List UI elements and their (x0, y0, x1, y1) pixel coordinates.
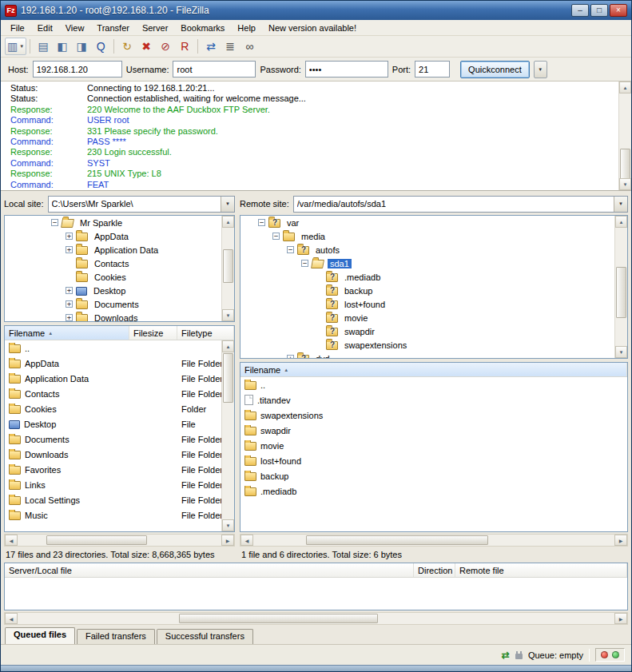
chevron-down-icon[interactable]: ▼ (614, 197, 627, 212)
toolbar-reconnect-button[interactable]: R (175, 38, 194, 55)
expand-icon[interactable]: + (66, 287, 73, 294)
toolbar-toggle-remote-tree-button[interactable]: ◨ (72, 38, 91, 55)
scroll-left-icon[interactable]: ◀ (5, 613, 18, 624)
column-header-server-local-file[interactable]: Server/Local file (5, 563, 414, 577)
remote-tree-item-autofs[interactable]: −autofs (240, 243, 614, 256)
chevron-down-icon[interactable]: ▼ (19, 44, 24, 49)
username-input[interactable] (173, 61, 256, 78)
local-tree-item-cookies[interactable]: Cookies (5, 270, 221, 284)
remote-tree-item-sda1[interactable]: −sda1 (240, 256, 614, 270)
column-header-filename[interactable]: Filename▲ (5, 326, 129, 340)
local-tree-item-documents[interactable]: +Documents (5, 297, 221, 311)
remote-file-row-lost-found[interactable]: lost+found (240, 453, 627, 468)
local-file-row-parent[interactable]: .. (5, 340, 221, 356)
toolbar-find-files-button[interactable]: ∞ (240, 38, 259, 55)
speed-limits-icon[interactable]: ⇄ (502, 650, 510, 661)
menu-item-transfer[interactable]: Transfer (90, 21, 136, 35)
local-tree[interactable]: −Mr Sparkle+AppData+Application DataCont… (4, 215, 235, 322)
remote-tree-item-lost-found[interactable]: lost+found (240, 297, 614, 311)
toolbar-disconnect-button[interactable]: ⊘ (156, 38, 175, 55)
scroll-down-icon[interactable]: ▼ (222, 309, 234, 321)
local-file-row-cookies[interactable]: CookiesFolder (5, 401, 221, 416)
column-header-remote-file[interactable]: Remote file (455, 563, 627, 577)
collapse-icon[interactable]: − (272, 233, 280, 240)
password-input[interactable] (305, 61, 388, 78)
collapse-icon[interactable]: − (258, 219, 265, 226)
menu-item-bookmarks[interactable]: Bookmarks (174, 21, 231, 35)
quickconnect-dropdown-button[interactable]: ▼ (534, 61, 547, 78)
collapse-icon[interactable]: − (51, 219, 58, 226)
quickconnect-button[interactable]: Quickconnect (460, 61, 530, 78)
local-tree-vertical-scrollbar[interactable]: ▲ ▼ (221, 216, 234, 321)
scroll-up-icon[interactable]: ▲ (222, 216, 234, 228)
local-tree-item-mr-sparkle[interactable]: −Mr Sparkle (5, 216, 221, 229)
menu-item-file[interactable]: File (4, 21, 31, 35)
scroll-down-icon[interactable]: ▼ (619, 178, 631, 190)
queue-horizontal-scrollbar[interactable]: ◀ ▶ (4, 612, 628, 625)
chevron-down-icon[interactable]: ▼ (221, 197, 234, 212)
collapse-icon[interactable]: − (301, 260, 308, 267)
toolbar-directory-comparison-button[interactable]: ≣ (221, 38, 240, 55)
toolbar-toggle-log-button[interactable]: ▤ (34, 38, 53, 55)
local-file-row-local-settings[interactable]: Local SettingsFile Folder (5, 492, 221, 507)
remote-tree-item-mediadb[interactable]: .mediadb (240, 270, 614, 284)
scroll-down-icon[interactable]: ▼ (615, 346, 627, 358)
tab-queued-files[interactable]: Queued files (5, 627, 75, 644)
menu-item-edit[interactable]: Edit (31, 21, 59, 35)
toolbar-toggle-local-tree-button[interactable]: ◧ (53, 38, 72, 55)
scroll-up-icon[interactable]: ▲ (619, 82, 631, 93)
local-file-row-appdata[interactable]: AppDataFile Folder (5, 356, 221, 371)
maximize-button[interactable]: □ (590, 4, 608, 17)
remote-file-row-parent[interactable]: .. (240, 377, 627, 392)
column-header-direction[interactable]: Direction (414, 563, 455, 577)
expand-icon[interactable]: + (287, 355, 294, 359)
remote-file-row-swapextensions[interactable]: swapextensions (240, 408, 627, 423)
remote-hscrollbar-thumb[interactable] (306, 535, 487, 545)
column-header-filetype[interactable]: Filetype (177, 326, 234, 340)
toolbar-cancel-button[interactable]: ✖ (137, 38, 156, 55)
local-tree-scrollbar-thumb[interactable] (223, 249, 233, 283)
remote-tree-vertical-scrollbar[interactable]: ▲ ▼ (614, 216, 627, 358)
menu-item-new-version-available[interactable]: New version available! (262, 21, 363, 35)
local-horizontal-scrollbar[interactable]: ◀ ▶ (4, 534, 235, 547)
scroll-up-icon[interactable]: ▲ (222, 340, 234, 352)
remote-tree-item-media[interactable]: −media (240, 229, 614, 243)
queue-hscrollbar-thumb[interactable] (179, 614, 378, 623)
toolbar-site-manager-button[interactable]: ▥▼ (5, 38, 26, 55)
scroll-up-icon[interactable]: ▲ (615, 216, 627, 228)
remote-tree-item-backup[interactable]: backup (240, 284, 614, 297)
scroll-right-icon[interactable]: ▶ (614, 535, 627, 546)
local-file-row-desktop[interactable]: DesktopFile (5, 416, 221, 431)
local-list-vertical-scrollbar[interactable]: ▲ ▼ (221, 340, 234, 531)
remote-file-list[interactable]: Filename▲ ...titandevswapextensionsswapd… (240, 362, 628, 532)
remote-tree-scrollbar-thumb[interactable] (616, 267, 626, 318)
local-hscrollbar-thumb[interactable] (46, 535, 147, 545)
expand-icon[interactable]: + (66, 314, 73, 321)
menu-item-help[interactable]: Help (231, 21, 262, 35)
expand-icon[interactable]: + (66, 246, 73, 253)
local-list-scrollbar-thumb[interactable] (223, 353, 233, 403)
remote-file-row-backup[interactable]: backup (240, 468, 627, 483)
port-input[interactable] (415, 61, 450, 78)
toolbar-refresh-button[interactable]: ↻ (117, 38, 137, 55)
scroll-left-icon[interactable]: ◀ (240, 535, 253, 546)
log-vertical-scrollbar[interactable]: ▲ ▼ (618, 82, 631, 190)
column-header-filename[interactable]: Filename▲ (240, 363, 627, 376)
close-button[interactable]: × (610, 4, 627, 17)
scroll-down-icon[interactable]: ▼ (222, 519, 234, 531)
expand-icon[interactable]: + (66, 233, 73, 240)
remote-tree-item-swapextensions[interactable]: swapextensions (240, 338, 614, 352)
minimize-button[interactable]: – (571, 4, 589, 17)
menu-item-server[interactable]: Server (136, 21, 174, 35)
toolbar-synchronized-browsing-button[interactable]: ⇄ (201, 38, 221, 55)
local-file-row-favorites[interactable]: FavoritesFile Folder (5, 462, 221, 477)
remote-tree[interactable]: −var−media−autofs−sda1.mediadbbackuplost… (240, 215, 628, 359)
local-file-row-music[interactable]: MusicFile Folder (5, 507, 221, 523)
column-header-filesize[interactable]: Filesize (129, 326, 177, 340)
local-tree-item-application-data[interactable]: +Application Data (5, 243, 221, 256)
remote-tree-item-var[interactable]: −var (240, 216, 614, 229)
local-file-row-application-data[interactable]: Application DataFile Folder (5, 371, 221, 386)
title-bar[interactable]: Fz 192.168.1.20 - root@192.168.1.20 - Fi… (1, 1, 631, 20)
remote-file-row-movie[interactable]: movie (240, 438, 627, 453)
local-file-row-links[interactable]: LinksFile Folder (5, 477, 221, 492)
